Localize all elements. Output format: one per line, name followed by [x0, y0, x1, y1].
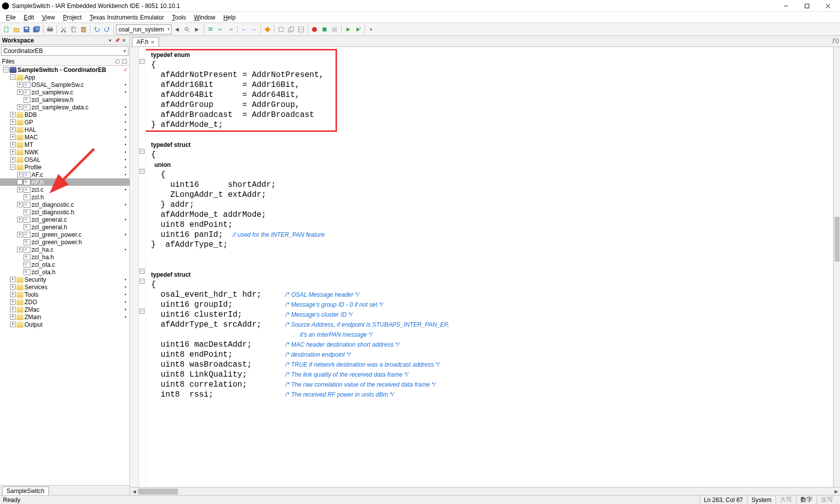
editor-code[interactable]: typedef enum { afAddrNotPresent = AddrNo… [146, 47, 833, 487]
hscroll-thumb[interactable] [138, 489, 178, 495]
download-debug-button[interactable] [344, 25, 352, 34]
workspace-config-combo[interactable]: CoordinatorEB [1, 46, 128, 56]
expand-icon[interactable]: + [10, 157, 16, 162]
scrollbar-thumb[interactable] [834, 217, 840, 262]
tree-node-zcl-green-power-c[interactable]: +zcl_green_power.c• [0, 231, 130, 238]
workspace-tree[interactable]: −SampleSwitch - CoordinatorEB✓−App+OSAL_… [0, 66, 130, 485]
tree-node-bdb[interactable]: +BDB• [0, 111, 130, 118]
maximize-button[interactable] [797, 0, 817, 11]
expand-icon[interactable]: + [17, 232, 22, 237]
menu-texas-instruments-emulator[interactable]: Texas Instruments Emulator [86, 13, 168, 22]
collapse-icon[interactable]: − [10, 74, 16, 80]
new-file-button[interactable] [2, 25, 11, 34]
tree-node-zcl-ota-h[interactable]: zcl_ota.h [0, 268, 130, 276]
editor-fold-gutter[interactable]: −−−−−− [139, 47, 146, 487]
workspace-pin-icon[interactable]: 📌 [114, 37, 120, 44]
tree-node-services[interactable]: +Services• [0, 283, 130, 291]
copy-button[interactable] [69, 25, 78, 34]
expand-icon[interactable]: + [17, 82, 22, 87]
menu-window[interactable]: Window [190, 13, 220, 22]
debug-no-download-button[interactable] [354, 25, 362, 34]
tree-node-zdo[interactable]: +ZDO• [0, 298, 130, 306]
tree-node-hal[interactable]: +HAL• [0, 126, 130, 133]
overflow-button[interactable]: ▾ [367, 25, 376, 34]
expand-icon[interactable]: + [10, 142, 16, 147]
expand-icon[interactable]: + [10, 134, 16, 140]
tree-node-mt[interactable]: +MT• [0, 141, 130, 148]
cut-button[interactable] [59, 25, 68, 34]
tree-node-zcl-c[interactable]: +zcl.c• [0, 186, 130, 193]
hscroll-left-icon[interactable]: ◀ [130, 488, 138, 496]
save-all-button[interactable] [32, 25, 41, 34]
tree-node-profile[interactable]: −Profile• [0, 163, 130, 171]
tree-node-zcl-samplesw-data-c[interactable]: +zcl_samplesw_data.c• [0, 103, 130, 111]
tree-node-osal-samplesw-c[interactable]: +OSAL_SampleSw.c• [0, 81, 130, 88]
editor-horizontal-scrollbar[interactable]: ◀ ▶ [130, 487, 840, 495]
tree-node-gp[interactable]: +GP• [0, 118, 130, 126]
minimize-button[interactable] [776, 0, 796, 11]
tree-node-tools[interactable]: +Tools• [0, 291, 130, 298]
bookmark-toggle-button[interactable] [206, 25, 215, 34]
expand-icon[interactable]: + [10, 277, 16, 282]
editor-tab-af-h[interactable]: AF.h ✕ [132, 37, 159, 46]
compile-button[interactable] [276, 25, 286, 34]
collapse-icon[interactable]: − [3, 67, 8, 72]
fold-icon[interactable]: − [140, 309, 144, 314]
expand-icon[interactable]: + [10, 322, 16, 327]
tree-node-nwk[interactable]: +NWK• [0, 148, 130, 156]
menu-file[interactable]: File [2, 13, 20, 22]
tree-node-zcl-ha-c[interactable]: +zcl_ha.c• [0, 246, 130, 253]
tree-node-output[interactable]: +Output [0, 321, 130, 328]
tree-node-zcl-green-power-h[interactable]: zcl_green_power.h [0, 238, 130, 246]
editor-goto-icon[interactable]: ƒ() [832, 37, 839, 44]
tree-node-zcl-diagnostic-h[interactable]: zcl_diagnostic.h [0, 208, 130, 216]
find-next-button[interactable]: ▶ [192, 25, 202, 34]
expand-icon[interactable]: + [10, 112, 16, 117]
redo-button[interactable] [102, 25, 112, 34]
save-button[interactable] [22, 25, 31, 34]
tree-node-app[interactable]: −App [0, 73, 130, 81]
breakpoint-button[interactable] [263, 25, 272, 34]
fold-icon[interactable]: − [140, 169, 144, 174]
expand-icon[interactable]: + [17, 172, 22, 177]
open-button[interactable] [12, 25, 21, 34]
fold-icon[interactable]: − [140, 59, 144, 64]
tool-config-button[interactable] [320, 25, 329, 34]
fold-icon[interactable]: − [140, 279, 144, 284]
expand-icon[interactable]: + [10, 307, 16, 312]
expand-icon[interactable]: + [17, 89, 22, 95]
expand-icon[interactable]: + [10, 292, 16, 297]
expand-icon[interactable]: + [17, 202, 22, 207]
expand-icon[interactable]: + [17, 187, 22, 192]
expand-icon[interactable]: + [17, 217, 22, 222]
expand-icon[interactable]: + [17, 179, 22, 185]
tree-node-zcl-ha-h[interactable]: zcl_ha.h [0, 253, 130, 261]
tree-node-security[interactable]: +Security• [0, 276, 130, 283]
workspace-close-icon[interactable]: ✕ [120, 37, 128, 44]
expand-icon[interactable]: + [10, 119, 16, 125]
workspace-menu-icon[interactable]: ▾ [106, 37, 114, 44]
options-button[interactable] [330, 25, 339, 34]
tree-node-zcl-samplesw-h[interactable]: zcl_samplesw.h [0, 96, 130, 103]
expand-icon[interactable]: + [10, 299, 16, 305]
expand-icon[interactable]: + [10, 149, 16, 155]
workspace-tab-sampleswitch[interactable]: SampleSwitch [2, 487, 49, 495]
rebuild-button[interactable] [296, 25, 306, 34]
bookmark-next-button[interactable]: ⇥ [226, 25, 235, 34]
tree-node-af-c[interactable]: +AF.c• [0, 171, 130, 178]
print-button[interactable] [46, 25, 54, 34]
find-button[interactable] [182, 25, 192, 34]
tree-node-zmac[interactable]: +ZMac• [0, 306, 130, 313]
stop-build-button[interactable] [310, 25, 319, 34]
tree-node-af-h[interactable]: +AF.h [0, 178, 130, 186]
undo-button[interactable] [92, 25, 102, 34]
tree-node-zmain[interactable]: +ZMain• [0, 313, 130, 321]
fold-icon[interactable]: − [140, 149, 144, 154]
editor-vertical-scrollbar[interactable] [833, 47, 840, 487]
tree-node-zcl-samplesw-c[interactable]: +zcl_samplesw.c• [0, 88, 130, 96]
nav-forward-button[interactable]: → [250, 25, 258, 34]
menu-view[interactable]: View [38, 13, 59, 22]
make-button[interactable] [286, 25, 296, 34]
paste-button[interactable] [79, 25, 88, 34]
find-prev-button[interactable]: ◀ [172, 25, 182, 34]
